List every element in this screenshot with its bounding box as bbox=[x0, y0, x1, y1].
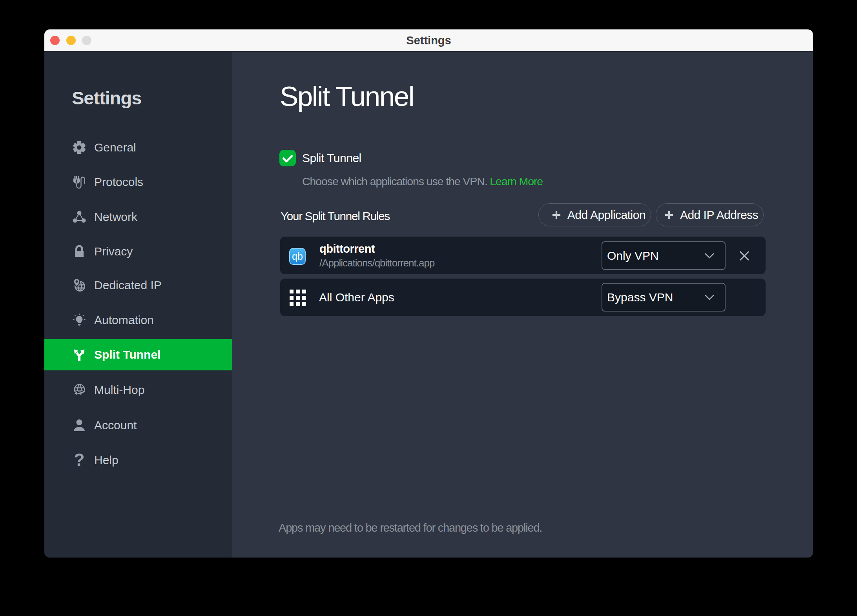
svg-text:?: ? bbox=[74, 453, 85, 467]
